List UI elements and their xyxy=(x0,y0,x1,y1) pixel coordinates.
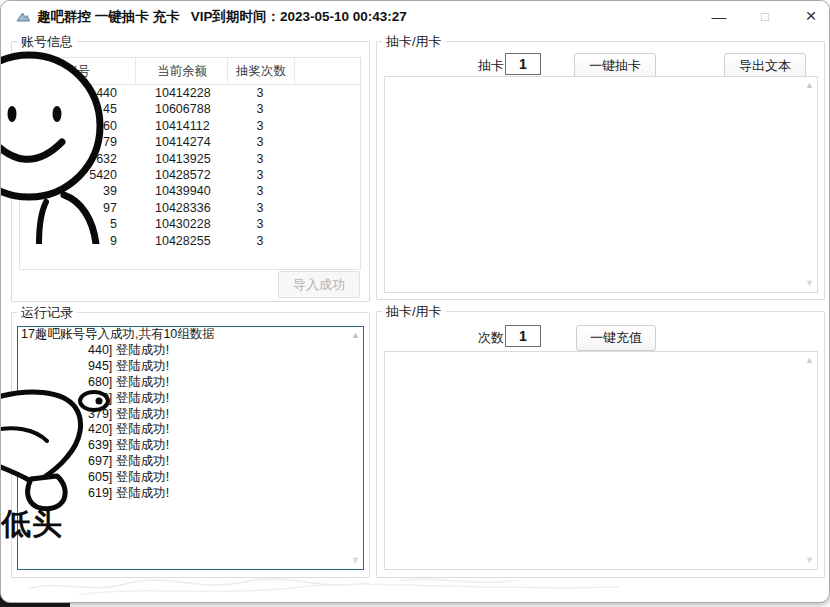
header-draws: 抽奖次数 xyxy=(227,58,295,84)
log-line: 945] 登陆成功! xyxy=(18,359,363,375)
table-cell: 10606788 xyxy=(155,101,211,117)
one-key-recharge-button[interactable]: 一键充值 xyxy=(576,325,656,351)
table-cell: 10413925 xyxy=(155,151,211,167)
table-cell: 39 xyxy=(20,183,117,199)
log-lines: 17趣吧账号导入成功,共有10组数据440] 登陆成功!945] 登陆成功!68… xyxy=(18,327,363,502)
table-row[interactable]: 440104142283 xyxy=(20,85,360,101)
table-cell: 3 xyxy=(227,233,293,249)
window-title: 趣吧群控 一键抽卡 充卡 VIP到期时间：2023-05-10 00:43:27 xyxy=(37,8,407,26)
table-row[interactable]: 39104399403 xyxy=(20,183,360,199)
log-line: 605] 登陆成功! xyxy=(18,470,363,486)
log-line: 420] 登陆成功! xyxy=(18,422,363,438)
header-account: 账号 xyxy=(20,58,135,84)
table-cell: 10428255 xyxy=(155,233,211,249)
scroll-up-icon[interactable]: ▲ xyxy=(805,356,814,365)
account-table-header: 账号 当前余额 抽奖次数 xyxy=(20,58,360,85)
log-line: 619] 登陆成功! xyxy=(18,486,363,502)
table-row[interactable]: 45106067883 xyxy=(20,101,360,117)
scroll-down-icon[interactable]: ▼ xyxy=(351,556,360,565)
log-line: 639] 登陆成功! xyxy=(18,438,363,454)
scroll-down-icon[interactable]: ▼ xyxy=(805,556,814,565)
table-cell: 3 xyxy=(227,118,293,134)
account-table[interactable]: 账号 当前余额 抽奖次数 440104142283451060678836010… xyxy=(19,57,361,270)
table-cell: 10414112 xyxy=(155,118,210,134)
table-cell: 632 xyxy=(20,151,117,167)
recharge-count-input[interactable] xyxy=(505,325,541,347)
table-row[interactable]: 632104139253 xyxy=(20,151,360,167)
log-line: 680] 登陆成功! xyxy=(18,375,363,391)
log-line: 632] 登陆成功! xyxy=(18,391,363,407)
table-cell: 3 xyxy=(227,151,293,167)
close-icon: × xyxy=(805,5,816,27)
table-cell: 3 xyxy=(227,216,293,232)
table-cell: 79 xyxy=(20,134,117,150)
recharge-group-title: 抽卡/用卡 xyxy=(382,303,446,321)
table-cell: 10428572 xyxy=(155,167,211,183)
one-key-recharge-label: 一键充值 xyxy=(590,329,642,347)
table-cell: 10414274 xyxy=(155,134,211,150)
table-cell: 9 xyxy=(20,233,117,249)
export-text-label: 导出文本 xyxy=(739,57,791,75)
table-cell: 60 xyxy=(20,118,117,134)
minimize-icon: — xyxy=(712,8,727,25)
account-info-group-title: 账号信息 xyxy=(17,33,77,51)
import-success-label: 导入成功 xyxy=(293,276,345,294)
table-row[interactable]: 97104283363 xyxy=(20,200,360,216)
watermark-scribbles xyxy=(19,571,659,601)
scroll-down-icon[interactable]: ▼ xyxy=(805,279,814,288)
maximize-icon: □ xyxy=(761,9,769,24)
table-cell: 10414228 xyxy=(155,85,211,101)
account-table-body: 4401041422834510606788360104141123791041… xyxy=(20,85,360,249)
table-cell: 45 xyxy=(20,101,117,117)
one-key-draw-label: 一键抽卡 xyxy=(589,57,641,75)
table-cell: 97 xyxy=(20,200,117,216)
app-icon xyxy=(15,9,31,25)
table-row[interactable]: 79104142743 xyxy=(20,134,360,150)
import-success-button[interactable]: 导入成功 xyxy=(278,271,360,298)
title-bar[interactable]: 趣吧群控 一键抽卡 充卡 VIP到期时间：2023-05-10 00:43:27… xyxy=(1,1,829,31)
scroll-up-icon[interactable]: ▲ xyxy=(351,331,360,340)
run-log-group-title: 运行记录 xyxy=(17,304,77,322)
recharge-count-label: 次数 xyxy=(478,329,504,347)
sticker-caption: 低头 xyxy=(1,504,63,545)
header-balance: 当前余额 xyxy=(135,58,228,84)
table-row[interactable]: 5104302283 xyxy=(20,216,360,232)
log-line: 440] 登陆成功! xyxy=(18,343,363,359)
close-button[interactable]: × xyxy=(789,1,830,31)
table-cell: 3 xyxy=(227,183,293,199)
table-cell: 3 xyxy=(227,200,293,216)
draw-result-textarea[interactable]: ▲ ▼ xyxy=(384,76,818,293)
log-line: 697] 登陆成功! xyxy=(18,454,363,470)
app-window: 趣吧群控 一键抽卡 充卡 VIP到期时间：2023-05-10 00:43:27… xyxy=(0,0,830,603)
draw-count-label: 抽卡 xyxy=(478,57,504,75)
table-cell: 3 xyxy=(227,134,293,150)
table-row[interactable]: 5420104285723 xyxy=(20,167,360,183)
screen: 趣吧群控 一键抽卡 充卡 VIP到期时间：2023-05-10 00:43:27… xyxy=(0,0,830,607)
table-cell: 5420 xyxy=(20,167,117,183)
log-line: 17趣吧账号导入成功,共有10组数据 xyxy=(18,327,363,343)
minimize-button[interactable]: — xyxy=(697,1,741,31)
scroll-up-icon[interactable]: ▲ xyxy=(805,81,814,90)
table-cell: 3 xyxy=(227,101,293,117)
table-cell: 10428336 xyxy=(155,200,211,216)
draw-count-input[interactable] xyxy=(505,53,541,75)
table-cell: 3 xyxy=(227,85,293,101)
run-log-textarea[interactable]: 17趣吧账号导入成功,共有10组数据440] 登陆成功!945] 登陆成功!68… xyxy=(17,326,364,570)
recharge-result-textarea[interactable]: ▲ ▼ xyxy=(384,351,818,570)
table-row[interactable]: 9104282553 xyxy=(20,233,360,249)
table-cell: 3 xyxy=(227,167,293,183)
draw-card-group-title: 抽卡/用卡 xyxy=(382,33,446,51)
log-line: 379] 登陆成功! xyxy=(18,407,363,423)
table-cell: 440 xyxy=(20,85,117,101)
table-cell: 10439940 xyxy=(155,183,211,199)
table-cell: 10430228 xyxy=(155,216,211,232)
maximize-button[interactable]: □ xyxy=(743,1,787,31)
table-row[interactable]: 60104141123 xyxy=(20,118,360,134)
table-cell: 5 xyxy=(20,216,117,232)
